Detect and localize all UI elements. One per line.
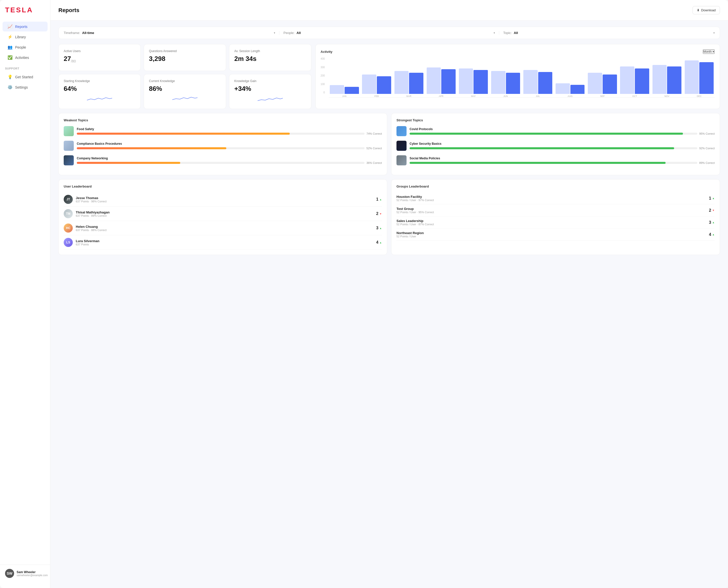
timeframe-filter[interactable]: Timeframe: All-time ▾ bbox=[64, 31, 275, 35]
download-icon: ⬇ bbox=[697, 8, 700, 12]
knowledge-gain-label: Knowledge Gain bbox=[234, 79, 306, 83]
bar-group: DEC bbox=[684, 57, 715, 98]
lb-group-info: Houston Facility 52 Points / User · 97% … bbox=[396, 195, 706, 202]
lb-group-stats: 52 Points / User bbox=[396, 235, 706, 238]
strongest-topics-title: Strongest Topics bbox=[396, 118, 715, 122]
topic-name: Company Networking bbox=[77, 156, 382, 160]
topic-info: Cyber Security Basics 92% Correct bbox=[410, 142, 715, 150]
leaderboard-item: HC Helen Chuang 637 Points · 88% Correct… bbox=[64, 221, 382, 235]
leaderboard-item: JT Jesse Thomas 637 Points · 98% Correct… bbox=[64, 192, 382, 207]
month-selector[interactable]: Month ▾ bbox=[703, 49, 715, 54]
topic-info: Covid Protocols 95% Correct bbox=[410, 127, 715, 135]
topic-filter[interactable]: Topic: All ▾ bbox=[503, 31, 715, 35]
user-leaderboard-title: User Leaderboard bbox=[64, 185, 382, 188]
topic-image bbox=[64, 155, 74, 165]
topic-name: Covid Protocols bbox=[410, 127, 715, 131]
download-button[interactable]: ⬇ Download bbox=[692, 6, 720, 14]
lb-group-stats: 52 Points / User · 97% Correct bbox=[396, 198, 706, 202]
settings-icon: ⚙️ bbox=[7, 85, 13, 90]
bar-month-label: MAR bbox=[406, 95, 411, 98]
library-icon: ⚡ bbox=[7, 35, 13, 39]
bar-dark bbox=[441, 69, 456, 94]
topic-image bbox=[64, 126, 74, 136]
topic-image bbox=[396, 141, 407, 151]
chevron-down-icon: ▾ bbox=[713, 31, 715, 34]
topic-item: Social Media Policies 89% Correct bbox=[396, 155, 715, 165]
lb-group-info: Northeast Region 52 Points / User bbox=[396, 231, 706, 238]
bar-dark bbox=[699, 62, 714, 94]
lb-rank: 2 ▼ bbox=[709, 208, 715, 213]
get-started-icon: 💡 bbox=[7, 75, 13, 79]
lb-name: Lura Silverman bbox=[76, 239, 373, 243]
people-filter[interactable]: People: All ▾ bbox=[284, 31, 495, 35]
sidebar-item-get-started[interactable]: 💡 Get Started bbox=[2, 72, 47, 82]
leaderboard-group-item: Northeast Region 52 Points / User 4 ▲ bbox=[396, 229, 715, 240]
bar-group: SEP bbox=[587, 57, 618, 98]
user-profile: SW Sam Wheeler samwheeler@example.com bbox=[0, 565, 50, 582]
bar-group: JUN bbox=[490, 57, 521, 98]
bar-dark bbox=[538, 72, 553, 94]
lb-group-name: Sales Leadership bbox=[396, 219, 706, 223]
avatar: TM bbox=[64, 209, 73, 218]
topic-name: Cyber Security Basics bbox=[410, 142, 715, 146]
sidebar-item-label: Settings bbox=[15, 85, 28, 89]
topic-item: Covid Protocols 95% Correct bbox=[396, 126, 715, 136]
topic-progress-row: 52% Correct bbox=[77, 147, 382, 150]
topic-item: Company Networking 36% Correct bbox=[64, 155, 382, 165]
topic-info: Food Safety 74% Correct bbox=[77, 127, 382, 135]
topic-progress-row: 92% Correct bbox=[410, 147, 715, 150]
session-label: Av. Session Length bbox=[234, 49, 306, 53]
bar-light bbox=[459, 68, 473, 94]
filter-divider-1 bbox=[279, 31, 279, 35]
sidebar-item-label: Reports bbox=[15, 25, 27, 29]
user-name: Sam Wheeler bbox=[17, 570, 48, 574]
lb-group-stats: 52 Points / User · 87% Correct bbox=[396, 223, 706, 226]
bar-dark bbox=[409, 73, 423, 94]
wave-chart bbox=[149, 95, 221, 103]
groups-leaderboard-title: Groups Leaderboard bbox=[396, 185, 715, 188]
filter-divider-2 bbox=[499, 31, 499, 35]
topic-label: Topic: bbox=[503, 31, 512, 35]
session-card: Av. Session Length 2m 34s bbox=[229, 44, 311, 71]
lb-group-info: Sales Leadership 52 Points / User · 87% … bbox=[396, 219, 706, 226]
topic-item: Food Safety 74% Correct bbox=[64, 126, 382, 136]
topic-item: Compliance Basics Procedures 52% Correct bbox=[64, 141, 382, 151]
bar-group: MAY bbox=[458, 57, 489, 98]
bar-dark bbox=[506, 73, 520, 94]
leaderboard-group-item: Sales Leadership 52 Points / User · 87% … bbox=[396, 216, 715, 229]
bar-light bbox=[556, 83, 570, 94]
sidebar-item-library[interactable]: ⚡ Library bbox=[2, 32, 47, 42]
timeframe-value: All-time bbox=[82, 31, 94, 35]
bar-month-label: SEP bbox=[600, 95, 605, 98]
bar-month-label: AUG bbox=[568, 95, 573, 98]
bar-light bbox=[685, 60, 699, 94]
bar-light bbox=[491, 71, 505, 94]
sidebar-item-activities[interactable]: ✅ Activities bbox=[2, 52, 47, 62]
topic-value: All bbox=[514, 31, 518, 35]
month-label: Month bbox=[703, 50, 712, 54]
trend-up-icon: ▲ bbox=[712, 197, 715, 200]
questions-value: 3,298 bbox=[149, 55, 221, 63]
topic-info: Social Media Policies 89% Correct bbox=[410, 156, 715, 164]
sidebar-item-settings[interactable]: ⚙️ Settings bbox=[2, 82, 47, 92]
topic-item: Cyber Security Basics 92% Correct bbox=[396, 141, 715, 151]
bar-light bbox=[588, 73, 602, 94]
sidebar-item-reports[interactable]: 📈 Reports bbox=[2, 22, 47, 31]
bar-dark bbox=[603, 75, 617, 94]
bar-month-label: NOV bbox=[665, 95, 670, 98]
avatar: JT bbox=[64, 195, 73, 204]
lb-group-name: Houston Facility bbox=[396, 195, 706, 198]
bar-group: FEB bbox=[361, 57, 392, 98]
bar-light bbox=[362, 75, 376, 94]
topic-progress-row: 89% Correct bbox=[410, 161, 715, 164]
bar-group: NOV bbox=[651, 57, 683, 98]
reports-icon: 📈 bbox=[7, 24, 13, 29]
weakest-topics-card: Weakest Topics Food Safety 74% Correct C… bbox=[58, 113, 387, 175]
lb-user-info: Jesse Thomas 637 Points · 98% Correct bbox=[76, 196, 373, 203]
bar-dark bbox=[635, 68, 649, 94]
sidebar-item-people[interactable]: 👥 People bbox=[2, 42, 47, 52]
knowledge-gain-value: +34% bbox=[234, 85, 306, 92]
lb-user-info: Lura Silverman 637 Points bbox=[76, 239, 373, 246]
progress-fill bbox=[410, 147, 674, 149]
sidebar-item-label: Library bbox=[15, 35, 26, 39]
